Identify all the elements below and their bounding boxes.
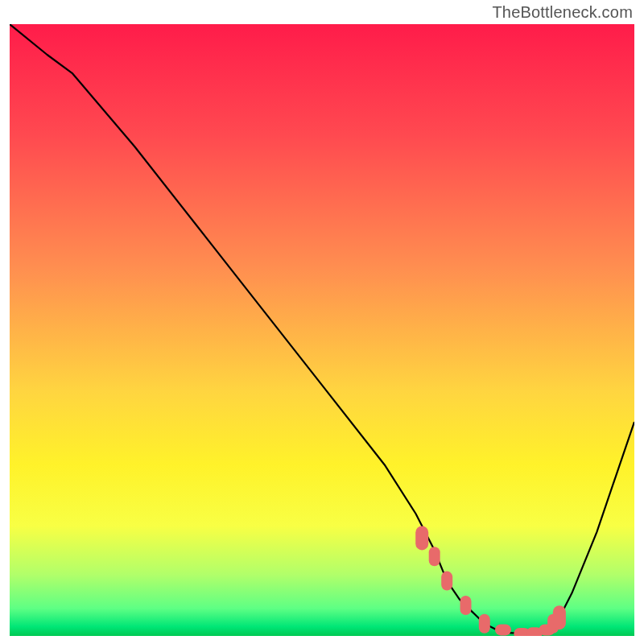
highlight-marker (460, 596, 472, 615)
highlight-marker (441, 572, 452, 591)
highlight-marker (415, 526, 428, 550)
highlight-marker (479, 614, 490, 634)
chart-container: TheBottleneck.com (0, 0, 644, 644)
highlight-marker (495, 624, 511, 635)
plot-area (10, 24, 634, 636)
watermark-label: TheBottleneck.com (492, 3, 633, 22)
highlight-marker (429, 547, 440, 566)
highlight-marker (553, 605, 566, 630)
plot-svg (10, 24, 634, 636)
gradient-background (10, 24, 634, 636)
